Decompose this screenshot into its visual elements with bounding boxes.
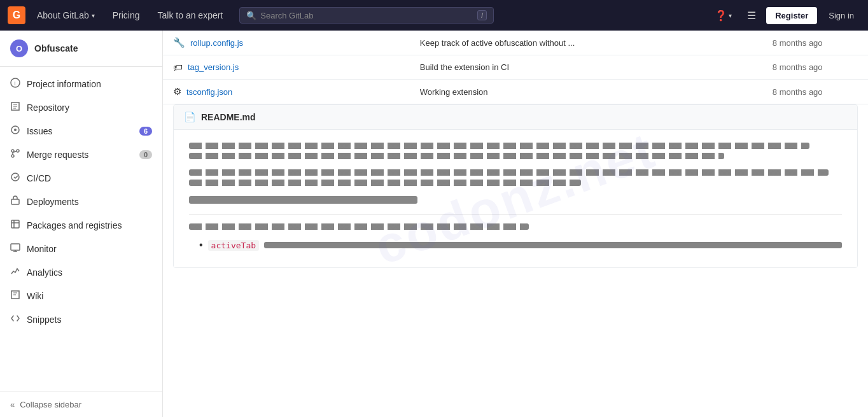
sidebar-item-label: Snippets bbox=[27, 315, 61, 325]
help-button[interactable]: ❓ ▾ bbox=[710, 7, 737, 24]
sidebar-item-project-information[interactable]: i Project information bbox=[0, 72, 162, 95]
file-time: 8 months ago bbox=[773, 38, 823, 48]
table-row: ⚙ tsconfig.json Working extension 8 mont… bbox=[163, 80, 868, 104]
sidebar-item-label: Project information bbox=[27, 79, 101, 89]
sidebar-navigation: i Project information Repository Issues … bbox=[0, 67, 162, 392]
about-gitlab-label: About GitLab bbox=[37, 10, 89, 20]
readme-title: README.md bbox=[201, 112, 256, 122]
hamburger-menu-button[interactable]: ☰ bbox=[742, 7, 761, 24]
package-icon bbox=[10, 219, 20, 231]
collapse-sidebar-button[interactable]: « Collapse sidebar bbox=[0, 392, 162, 417]
about-gitlab-menu[interactable]: About GitLab ▾ bbox=[31, 6, 101, 24]
commit-message: Keep track of active obfuscation without… bbox=[420, 38, 575, 48]
issues-icon bbox=[10, 125, 20, 137]
signin-button[interactable]: Sign in bbox=[822, 7, 860, 24]
readme-section: 📄 README.md codonz.net bbox=[173, 104, 858, 268]
sidebar-item-packages-registries[interactable]: Packages and registries bbox=[0, 213, 162, 237]
main-layout: O Obfuscate i Project information Reposi… bbox=[0, 31, 868, 417]
table-row: 🏷 tag_version.js Build the extension in … bbox=[163, 55, 868, 80]
readme-paragraph-3 bbox=[189, 196, 842, 204]
file-link[interactable]: tag_version.js bbox=[188, 62, 239, 72]
sidebar-item-label: Monitor bbox=[27, 244, 57, 254]
project-name: Obfuscate bbox=[34, 43, 78, 53]
readme-paragraph-4 bbox=[189, 223, 842, 230]
bullet-icon: • bbox=[199, 240, 203, 250]
search-shortcut: / bbox=[477, 10, 487, 20]
file-time: 8 months ago bbox=[773, 62, 823, 72]
merge-requests-badge: 0 bbox=[139, 150, 152, 159]
sidebar-item-label: Packages and registries bbox=[27, 220, 122, 230]
cicd-icon bbox=[10, 172, 20, 184]
register-button[interactable]: Register bbox=[766, 7, 817, 24]
svg-point-5 bbox=[11, 155, 14, 157]
file-name-cell: 🏷 tag_version.js bbox=[173, 62, 400, 73]
file-icon: 🏷 bbox=[173, 62, 183, 73]
sidebar-item-monitor[interactable]: Monitor bbox=[0, 237, 162, 260]
readme-paragraph-1 bbox=[189, 143, 842, 159]
project-avatar: O bbox=[10, 39, 28, 57]
file-name-cell: 🔧 rollup.config.js bbox=[173, 37, 400, 48]
info-icon: i bbox=[10, 78, 20, 90]
svg-text:i: i bbox=[15, 80, 16, 87]
table-row: 🔧 rollup.config.js Keep track of active … bbox=[163, 31, 868, 55]
wiki-icon bbox=[10, 290, 20, 302]
text-line bbox=[189, 169, 829, 176]
top-navigation: G About GitLab ▾ Pricing Talk to an expe… bbox=[0, 0, 868, 31]
sidebar-item-label: Wiki bbox=[27, 291, 43, 301]
search-bar[interactable]: 🔍 / bbox=[239, 7, 494, 24]
sidebar-item-issues[interactable]: Issues 6 bbox=[0, 119, 162, 143]
topnav-right-actions: ❓ ▾ ☰ Register Sign in bbox=[710, 7, 860, 24]
deploy-icon bbox=[10, 195, 20, 208]
readme-divider bbox=[189, 214, 842, 215]
sidebar-item-label: Deployments bbox=[27, 197, 79, 207]
sidebar-item-merge-requests[interactable]: Merge requests 0 bbox=[0, 143, 162, 166]
issues-badge: 6 bbox=[139, 127, 152, 136]
sidebar-item-label: CI/CD bbox=[27, 173, 51, 183]
sidebar-item-deployments[interactable]: Deployments bbox=[0, 190, 162, 213]
text-line bbox=[189, 153, 724, 159]
file-link[interactable]: tsconfig.json bbox=[186, 87, 232, 97]
search-input[interactable] bbox=[260, 11, 473, 20]
file-table: 🔧 rollup.config.js Keep track of active … bbox=[163, 31, 868, 104]
collapse-icon: « bbox=[10, 400, 15, 409]
search-icon: 🔍 bbox=[246, 11, 256, 20]
sidebar-item-wiki[interactable]: Wiki bbox=[0, 284, 162, 307]
content-area: 🔧 rollup.config.js Keep track of active … bbox=[163, 31, 868, 417]
file-time: 8 months ago bbox=[773, 87, 823, 97]
sidebar-item-repository[interactable]: Repository bbox=[0, 95, 162, 119]
sidebar-item-cicd[interactable]: CI/CD bbox=[0, 166, 162, 190]
file-link[interactable]: rollup.config.js bbox=[190, 38, 243, 48]
sidebar-item-label: Merge requests bbox=[27, 150, 88, 160]
gitlab-logo[interactable]: G bbox=[8, 6, 25, 24]
main-content: 🔧 rollup.config.js Keep track of active … bbox=[163, 31, 868, 417]
sidebar-item-label: Repository bbox=[27, 102, 69, 113]
file-icon: 🔧 bbox=[173, 37, 185, 48]
chevron-down-icon: ▾ bbox=[92, 12, 95, 19]
commit-message: Working extension bbox=[420, 87, 488, 97]
talk-to-expert-link[interactable]: Talk to an expert bbox=[151, 6, 230, 24]
readme-file-icon: 📄 bbox=[184, 111, 196, 123]
snippets-icon bbox=[10, 313, 20, 325]
svg-rect-9 bbox=[11, 244, 20, 250]
readme-paragraph-2 bbox=[189, 169, 842, 186]
svg-point-3 bbox=[14, 129, 17, 131]
text-line bbox=[189, 143, 809, 149]
text-line bbox=[189, 223, 529, 230]
project-header[interactable]: O Obfuscate bbox=[0, 31, 162, 67]
text-line bbox=[189, 196, 417, 204]
sidebar-item-analytics[interactable]: Analytics bbox=[0, 260, 162, 284]
sidebar-item-snippets[interactable]: Snippets bbox=[0, 307, 162, 331]
commit-message: Build the extension in CI bbox=[420, 62, 509, 72]
monitor-icon bbox=[10, 243, 20, 255]
sidebar: O Obfuscate i Project information Reposi… bbox=[0, 31, 163, 417]
readme-body: codonz.net bbox=[174, 130, 857, 267]
code-snippet: activeTab bbox=[208, 240, 259, 251]
readme-header: 📄 README.md bbox=[174, 105, 857, 130]
text-line bbox=[189, 180, 581, 186]
analytics-icon bbox=[10, 266, 20, 278]
pricing-link[interactable]: Pricing bbox=[106, 6, 146, 24]
help-icon: ❓ bbox=[715, 10, 727, 22]
svg-rect-8 bbox=[11, 220, 19, 228]
file-name-cell: ⚙ tsconfig.json bbox=[173, 86, 400, 97]
sidebar-item-label: Issues bbox=[27, 126, 52, 136]
